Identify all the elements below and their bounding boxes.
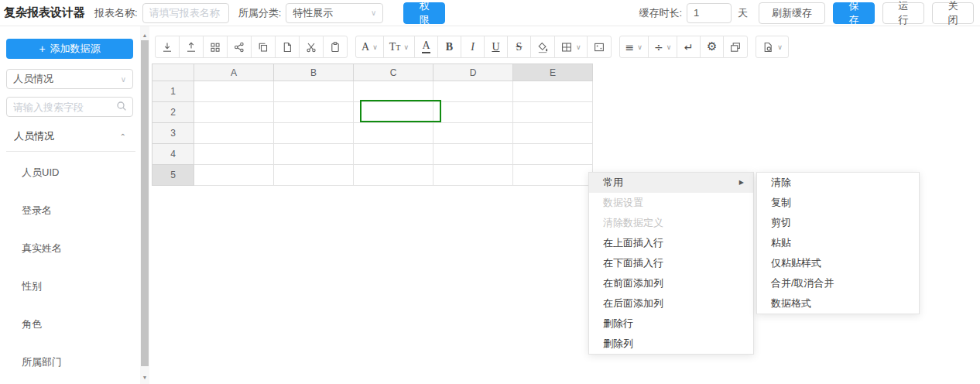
grid-cell-B2[interactable]	[274, 102, 354, 123]
toolbar-export-button[interactable]	[179, 36, 204, 58]
toolbar-font-style-button[interactable]: A∨	[355, 36, 384, 58]
grid-cell-B1[interactable]	[274, 81, 354, 102]
import-icon	[161, 41, 173, 53]
grid-cell-C4[interactable]	[354, 144, 433, 165]
column-header-A[interactable]: A	[194, 64, 274, 81]
datasource-tree-header[interactable]: 人员情况 ⌃	[14, 129, 126, 144]
toolbar-strikethrough-button[interactable]: S	[507, 36, 531, 58]
toolbar-freeze-panes-button[interactable]	[723, 36, 748, 58]
grid-cell-A4[interactable]	[194, 144, 274, 165]
toolbar-cut-button[interactable]	[299, 36, 324, 58]
run-button[interactable]: 运行	[882, 2, 924, 24]
grid-cell-C5[interactable]	[354, 165, 433, 186]
toolbar-paste-button[interactable]	[323, 36, 348, 58]
context-submenu-item[interactable]: 清除	[757, 173, 919, 193]
row-header-1[interactable]: 1	[152, 81, 194, 102]
toolbar-borders-button[interactable]: ∨	[554, 36, 588, 58]
toolbar-horizontal-align-button[interactable]: ≡∨	[619, 36, 649, 58]
field-item[interactable]: 性别	[0, 267, 140, 305]
toolbar-vertical-align-button[interactable]: ÷∨	[648, 36, 677, 58]
row-header-4[interactable]: 4	[152, 144, 194, 165]
toolbar-settings-button[interactable]: ⚙	[700, 36, 724, 58]
field-item[interactable]: 真实姓名	[0, 229, 140, 267]
toolbar-group: A∨TT∨ABIUS∨	[355, 36, 612, 58]
column-header-B[interactable]: B	[274, 64, 354, 81]
column-header-D[interactable]: D	[433, 64, 513, 81]
grid-cell-E2[interactable]	[513, 102, 593, 123]
grid-cell-A3[interactable]	[194, 123, 274, 144]
grid-corner-cell[interactable]	[152, 64, 194, 81]
grid-cell-A2[interactable]	[194, 102, 274, 123]
field-item[interactable]: 登录名	[0, 191, 140, 229]
sidebar-scrollbar[interactable]: ▲ ▼	[140, 26, 149, 384]
row-header-3[interactable]: 3	[152, 123, 194, 144]
context-menu-item[interactable]: 在上面插入行	[589, 233, 753, 253]
toolbar-font-color-button[interactable]: A	[414, 36, 438, 58]
context-menu-item[interactable]: 在后面添加列	[589, 293, 753, 314]
toolbar-wrap-text-button[interactable]: ↵	[677, 36, 701, 58]
data-format-icon	[762, 41, 774, 53]
context-menu-item[interactable]: 在前面添加列	[589, 273, 753, 293]
grid-cell-B3[interactable]	[274, 123, 354, 144]
field-search-input[interactable]	[6, 97, 133, 117]
grid-cell-E3[interactable]	[513, 123, 593, 144]
add-datasource-button[interactable]: + 添加数据源	[6, 39, 133, 59]
context-submenu-item[interactable]: 复制	[757, 193, 919, 213]
grid-cell-A5[interactable]	[194, 165, 274, 186]
context-menu-item[interactable]: 删除行	[589, 314, 753, 334]
report-name-input[interactable]	[142, 3, 229, 23]
grid-cell-C1[interactable]	[354, 81, 433, 102]
grid-cell-D1[interactable]	[433, 81, 513, 102]
context-menu-item: 清除数据定义	[589, 213, 753, 233]
toolbar-components-button[interactable]	[203, 36, 228, 58]
context-menu-item[interactable]: 在下面插入行	[589, 253, 753, 273]
close-button[interactable]: 关闭	[932, 2, 974, 24]
toolbar-fill-color-button[interactable]	[530, 36, 555, 58]
datasource-select[interactable]: 人员情况 ∨	[6, 69, 133, 89]
toolbar-italic-button[interactable]: I	[461, 36, 485, 58]
toolbar-data-format-button[interactable]: ∨	[756, 36, 789, 58]
toolbar-bold-button[interactable]: B	[437, 36, 461, 58]
toolbar-document-button[interactable]	[275, 36, 300, 58]
toolbar-font-size-button[interactable]: TT∨	[383, 36, 415, 58]
toolbar-copy-button[interactable]	[251, 36, 276, 58]
row-header-5[interactable]: 5	[152, 165, 194, 186]
row-header-2[interactable]: 2	[152, 102, 194, 123]
grid-cell-E5[interactable]	[513, 165, 593, 186]
grid-cell-C2[interactable]	[354, 102, 433, 123]
grid-cell-D3[interactable]	[433, 123, 513, 144]
grid-cell-B5[interactable]	[274, 165, 354, 186]
scrollbar-down-arrow-icon[interactable]: ▼	[140, 372, 149, 382]
toolbar-import-button[interactable]	[155, 36, 180, 58]
column-header-C[interactable]: C	[354, 64, 433, 81]
context-submenu-item[interactable]: 仅粘贴样式	[757, 253, 919, 273]
save-button[interactable]: 保存	[833, 2, 875, 24]
grid-cell-C3[interactable]	[354, 123, 433, 144]
grid-cell-E4[interactable]	[513, 144, 593, 165]
context-submenu-item[interactable]: 剪切	[757, 213, 919, 233]
grid-cell-A1[interactable]	[194, 81, 274, 102]
grid-cell-D5[interactable]	[433, 165, 513, 186]
refresh-cache-button[interactable]: 刷新缓存	[759, 2, 825, 24]
scrollbar-up-arrow-icon[interactable]: ▲	[140, 30, 149, 39]
toolbar-share-button[interactable]	[227, 36, 252, 58]
grid-cell-B4[interactable]	[274, 144, 354, 165]
permission-button[interactable]: 权限	[403, 2, 445, 24]
context-submenu-item[interactable]: 合并/取消合并	[757, 273, 919, 293]
cache-duration-input[interactable]	[687, 3, 732, 23]
context-submenu-item[interactable]: 数据格式	[757, 293, 919, 314]
toolbar-image-button[interactable]	[587, 36, 612, 58]
field-item[interactable]: 人员UID	[0, 153, 140, 191]
field-item[interactable]: 角色	[0, 305, 140, 343]
grid-cell-D2[interactable]	[433, 102, 513, 123]
column-header-E[interactable]: E	[513, 64, 593, 81]
category-select[interactable]: 特性展示 ∨	[286, 3, 383, 23]
context-submenu-item[interactable]: 粘贴	[757, 233, 919, 253]
scrollbar-thumb[interactable]	[141, 40, 149, 366]
grid-cell-E1[interactable]	[513, 81, 593, 102]
grid-cell-D4[interactable]	[433, 144, 513, 165]
context-menu-item[interactable]: 删除列	[589, 334, 753, 354]
toolbar-underline-button[interactable]: U	[484, 36, 508, 58]
field-item[interactable]: 所属部门	[0, 343, 140, 381]
context-menu-item[interactable]: 常用▶	[589, 173, 753, 193]
